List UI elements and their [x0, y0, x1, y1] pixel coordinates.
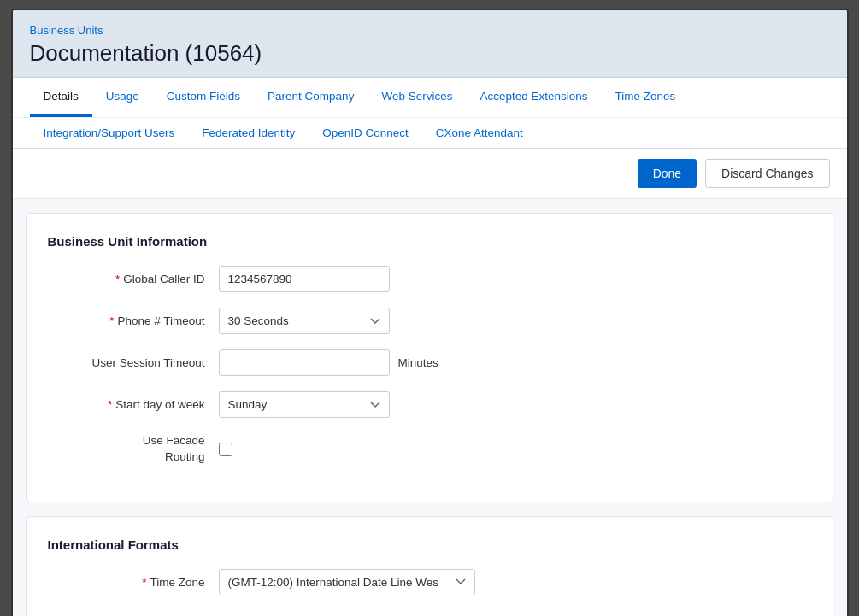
tab-cxone-attendant[interactable]: CXone Attendant [422, 118, 537, 148]
start-day-label: *Start day of week [48, 398, 219, 411]
start-day-select[interactable]: Sunday Monday Tuesday Wednesday Thursday… [219, 391, 390, 418]
phone-timeout-row: *Phone # Timeout 30 Seconds 60 Seconds 9… [48, 308, 812, 334]
header-bar: Business Units Documentation (10564) [13, 10, 847, 78]
content-area: Done Discard Changes Business Unit Infor… [13, 149, 847, 616]
global-caller-id-label: *Global Caller ID [48, 273, 219, 285]
done-button[interactable]: Done [638, 159, 697, 188]
facade-routing-label: Use Facade Routing [48, 433, 219, 466]
main-window: Business Units Documentation (10564) Det… [11, 9, 849, 616]
tabs-row1: Details Usage Custom Fields Parent Compa… [13, 78, 847, 117]
tabs-row2: Integration/Support Users Federated Iden… [13, 117, 847, 148]
phone-timeout-label: *Phone # Timeout [48, 314, 219, 327]
action-bar: Done Discard Changes [13, 149, 847, 199]
international-formats-section: International Formats *Time Zone (GMT-12… [26, 516, 833, 616]
minutes-label: Minutes [398, 356, 438, 369]
tab-parent-company[interactable]: Parent Company [254, 78, 368, 117]
tab-usage[interactable]: Usage [92, 78, 153, 117]
discard-button[interactable]: Discard Changes [705, 159, 829, 188]
tab-accepted-extensions[interactable]: Accepted Extensions [466, 78, 601, 117]
tab-time-zones[interactable]: Time Zones [602, 78, 690, 117]
tab-details[interactable]: Details [30, 78, 92, 117]
tab-custom-fields[interactable]: Custom Fields [153, 78, 254, 117]
section2-title: International Formats [48, 537, 812, 552]
phone-timeout-select[interactable]: 30 Seconds 60 Seconds 90 Seconds 120 Sec… [219, 308, 390, 334]
page-title: Documentation (10564) [30, 40, 830, 67]
section1-title: Business Unit Information [48, 234, 812, 249]
tab-openid-connect[interactable]: OpenID Connect [309, 118, 422, 148]
facade-routing-checkbox[interactable] [219, 443, 232, 456]
business-unit-info-section: Business Unit Information *Global Caller… [26, 213, 833, 502]
breadcrumb[interactable]: Business Units [30, 24, 830, 37]
global-caller-id-input[interactable] [219, 266, 390, 292]
tab-web-services[interactable]: Web Services [368, 78, 466, 117]
user-session-timeout-row: User Session Timeout Minutes [48, 349, 812, 376]
tabs-container: Details Usage Custom Fields Parent Compa… [13, 78, 847, 149]
required-star: * [115, 273, 120, 285]
global-caller-id-row: *Global Caller ID [48, 266, 812, 292]
required-star2: * [109, 314, 114, 327]
tab-integration-support[interactable]: Integration/Support Users [30, 118, 189, 148]
required-star3: * [108, 398, 112, 411]
tab-federated-identity[interactable]: Federated Identity [188, 118, 309, 148]
timezone-label: *Time Zone [48, 576, 219, 589]
facade-routing-row: Use Facade Routing [48, 433, 812, 466]
timezone-row: *Time Zone (GMT-12:00) International Dat… [48, 569, 812, 595]
start-day-row: *Start day of week Sunday Monday Tuesday… [48, 391, 812, 418]
user-session-label: User Session Timeout [48, 356, 219, 369]
timezone-select[interactable]: (GMT-12:00) International Date Line Wes … [219, 569, 475, 595]
user-session-input[interactable] [219, 349, 390, 376]
required-star4: * [142, 576, 146, 589]
